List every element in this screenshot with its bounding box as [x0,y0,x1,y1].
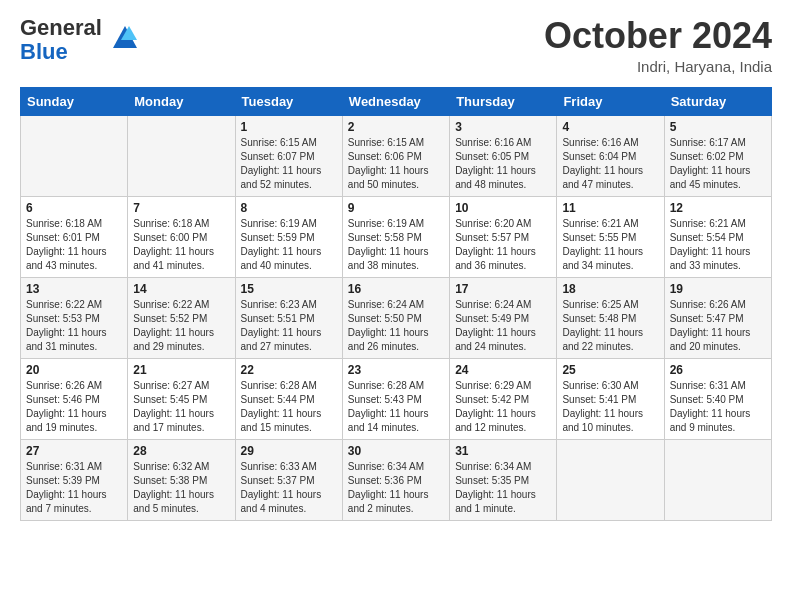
calendar-cell [21,115,128,196]
calendar-cell: 19Sunrise: 6:26 AMSunset: 5:47 PMDayligh… [664,277,771,358]
week-row-1: 1Sunrise: 6:15 AMSunset: 6:07 PMDaylight… [21,115,772,196]
day-info: Sunrise: 6:20 AMSunset: 5:57 PMDaylight:… [455,217,551,273]
day-number: 19 [670,282,766,296]
day-info: Sunrise: 6:31 AMSunset: 5:39 PMDaylight:… [26,460,122,516]
logo-text: General Blue [20,16,102,64]
calendar-cell: 24Sunrise: 6:29 AMSunset: 5:42 PMDayligh… [450,358,557,439]
day-info: Sunrise: 6:16 AMSunset: 6:05 PMDaylight:… [455,136,551,192]
calendar-cell: 28Sunrise: 6:32 AMSunset: 5:38 PMDayligh… [128,439,235,520]
day-info: Sunrise: 6:32 AMSunset: 5:38 PMDaylight:… [133,460,229,516]
day-number: 7 [133,201,229,215]
calendar-cell: 20Sunrise: 6:26 AMSunset: 5:46 PMDayligh… [21,358,128,439]
day-number: 3 [455,120,551,134]
calendar-cell: 23Sunrise: 6:28 AMSunset: 5:43 PMDayligh… [342,358,449,439]
day-number: 22 [241,363,337,377]
day-number: 4 [562,120,658,134]
calendar-cell: 14Sunrise: 6:22 AMSunset: 5:52 PMDayligh… [128,277,235,358]
day-info: Sunrise: 6:21 AMSunset: 5:55 PMDaylight:… [562,217,658,273]
day-number: 25 [562,363,658,377]
calendar-cell: 27Sunrise: 6:31 AMSunset: 5:39 PMDayligh… [21,439,128,520]
day-info: Sunrise: 6:31 AMSunset: 5:40 PMDaylight:… [670,379,766,435]
day-number: 12 [670,201,766,215]
calendar-cell: 25Sunrise: 6:30 AMSunset: 5:41 PMDayligh… [557,358,664,439]
day-info: Sunrise: 6:23 AMSunset: 5:51 PMDaylight:… [241,298,337,354]
week-row-2: 6Sunrise: 6:18 AMSunset: 6:01 PMDaylight… [21,196,772,277]
day-info: Sunrise: 6:29 AMSunset: 5:42 PMDaylight:… [455,379,551,435]
calendar-cell: 8Sunrise: 6:19 AMSunset: 5:59 PMDaylight… [235,196,342,277]
calendar-cell: 16Sunrise: 6:24 AMSunset: 5:50 PMDayligh… [342,277,449,358]
calendar-cell: 18Sunrise: 6:25 AMSunset: 5:48 PMDayligh… [557,277,664,358]
day-info: Sunrise: 6:27 AMSunset: 5:45 PMDaylight:… [133,379,229,435]
calendar-cell: 17Sunrise: 6:24 AMSunset: 5:49 PMDayligh… [450,277,557,358]
day-number: 20 [26,363,122,377]
day-number: 30 [348,444,444,458]
day-info: Sunrise: 6:34 AMSunset: 5:35 PMDaylight:… [455,460,551,516]
calendar-cell: 21Sunrise: 6:27 AMSunset: 5:45 PMDayligh… [128,358,235,439]
day-info: Sunrise: 6:30 AMSunset: 5:41 PMDaylight:… [562,379,658,435]
day-info: Sunrise: 6:16 AMSunset: 6:04 PMDaylight:… [562,136,658,192]
day-info: Sunrise: 6:15 AMSunset: 6:07 PMDaylight:… [241,136,337,192]
day-info: Sunrise: 6:22 AMSunset: 5:53 PMDaylight:… [26,298,122,354]
day-number: 8 [241,201,337,215]
logo-icon [105,20,137,52]
day-number: 18 [562,282,658,296]
calendar-cell: 29Sunrise: 6:33 AMSunset: 5:37 PMDayligh… [235,439,342,520]
calendar-cell: 3Sunrise: 6:16 AMSunset: 6:05 PMDaylight… [450,115,557,196]
calendar-cell: 12Sunrise: 6:21 AMSunset: 5:54 PMDayligh… [664,196,771,277]
calendar-cell [664,439,771,520]
calendar-cell: 10Sunrise: 6:20 AMSunset: 5:57 PMDayligh… [450,196,557,277]
day-number: 9 [348,201,444,215]
header: General Blue October 2024 Indri, Haryana… [20,16,772,75]
title-month: October 2024 [544,16,772,56]
day-number: 28 [133,444,229,458]
calendar-cell: 30Sunrise: 6:34 AMSunset: 5:36 PMDayligh… [342,439,449,520]
calendar-cell: 15Sunrise: 6:23 AMSunset: 5:51 PMDayligh… [235,277,342,358]
day-number: 11 [562,201,658,215]
day-info: Sunrise: 6:22 AMSunset: 5:52 PMDaylight:… [133,298,229,354]
day-info: Sunrise: 6:17 AMSunset: 6:02 PMDaylight:… [670,136,766,192]
day-number: 24 [455,363,551,377]
calendar-cell: 1Sunrise: 6:15 AMSunset: 6:07 PMDaylight… [235,115,342,196]
day-info: Sunrise: 6:21 AMSunset: 5:54 PMDaylight:… [670,217,766,273]
week-row-3: 13Sunrise: 6:22 AMSunset: 5:53 PMDayligh… [21,277,772,358]
day-number: 1 [241,120,337,134]
col-header-thursday: Thursday [450,87,557,115]
day-info: Sunrise: 6:18 AMSunset: 6:00 PMDaylight:… [133,217,229,273]
day-info: Sunrise: 6:15 AMSunset: 6:06 PMDaylight:… [348,136,444,192]
week-row-4: 20Sunrise: 6:26 AMSunset: 5:46 PMDayligh… [21,358,772,439]
day-number: 27 [26,444,122,458]
calendar-cell: 22Sunrise: 6:28 AMSunset: 5:44 PMDayligh… [235,358,342,439]
calendar-cell [557,439,664,520]
week-row-5: 27Sunrise: 6:31 AMSunset: 5:39 PMDayligh… [21,439,772,520]
calendar-cell: 7Sunrise: 6:18 AMSunset: 6:00 PMDaylight… [128,196,235,277]
day-number: 2 [348,120,444,134]
day-info: Sunrise: 6:19 AMSunset: 5:58 PMDaylight:… [348,217,444,273]
calendar-cell: 26Sunrise: 6:31 AMSunset: 5:40 PMDayligh… [664,358,771,439]
day-info: Sunrise: 6:28 AMSunset: 5:43 PMDaylight:… [348,379,444,435]
day-info: Sunrise: 6:25 AMSunset: 5:48 PMDaylight:… [562,298,658,354]
calendar-cell: 5Sunrise: 6:17 AMSunset: 6:02 PMDaylight… [664,115,771,196]
day-info: Sunrise: 6:24 AMSunset: 5:49 PMDaylight:… [455,298,551,354]
day-number: 31 [455,444,551,458]
day-number: 15 [241,282,337,296]
title-block: October 2024 Indri, Haryana, India [544,16,772,75]
calendar-cell: 31Sunrise: 6:34 AMSunset: 5:35 PMDayligh… [450,439,557,520]
page: General Blue October 2024 Indri, Haryana… [0,0,792,537]
logo-blue: Blue [20,39,68,64]
day-number: 13 [26,282,122,296]
day-number: 17 [455,282,551,296]
day-number: 23 [348,363,444,377]
day-info: Sunrise: 6:26 AMSunset: 5:46 PMDaylight:… [26,379,122,435]
day-number: 29 [241,444,337,458]
calendar-cell: 13Sunrise: 6:22 AMSunset: 5:53 PMDayligh… [21,277,128,358]
col-header-saturday: Saturday [664,87,771,115]
col-header-sunday: Sunday [21,87,128,115]
calendar-cell: 2Sunrise: 6:15 AMSunset: 6:06 PMDaylight… [342,115,449,196]
logo-general: General [20,15,102,40]
day-number: 14 [133,282,229,296]
col-header-friday: Friday [557,87,664,115]
day-info: Sunrise: 6:28 AMSunset: 5:44 PMDaylight:… [241,379,337,435]
logo: General Blue [20,16,137,64]
day-number: 16 [348,282,444,296]
day-number: 6 [26,201,122,215]
